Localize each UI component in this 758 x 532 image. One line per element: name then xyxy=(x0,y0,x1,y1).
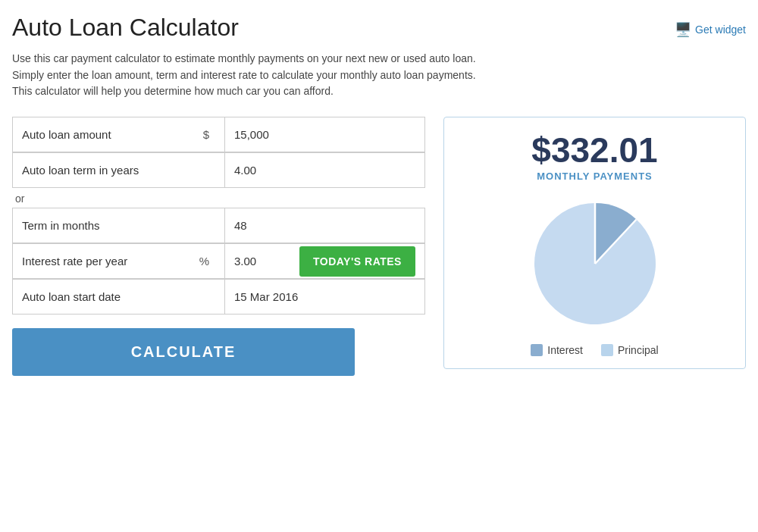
loan-term-years-input[interactable] xyxy=(225,153,424,187)
form-wrapper: Auto loan amount $ Auto loan term in yea… xyxy=(12,117,425,188)
header: Auto Loan Calculator 🖥️ Get widget xyxy=(12,14,746,42)
interest-swatch xyxy=(531,344,543,356)
interest-rate-symbol: % xyxy=(199,255,215,268)
get-widget-label: Get widget xyxy=(695,23,746,36)
loan-amount-label: Auto loan amount xyxy=(22,128,111,141)
loan-term-years-row: Auto loan term in years xyxy=(13,152,424,187)
pie-chart xyxy=(527,196,663,332)
loan-amount-input-cell xyxy=(225,117,424,152)
interest-legend-label: Interest xyxy=(547,344,583,356)
right-panel: $332.01 MONTHLY PAYMENTS xyxy=(443,117,746,369)
loan-term-years-input-cell xyxy=(225,153,424,187)
start-date-row: Auto loan start date xyxy=(13,279,424,314)
calculate-button[interactable]: CALCULATE xyxy=(12,328,355,376)
interest-rate-label-cell: Interest rate per year % xyxy=(13,244,225,278)
start-date-input[interactable] xyxy=(225,280,424,314)
start-date-label: Auto loan start date xyxy=(22,290,121,303)
monthly-label: MONTHLY PAYMENTS xyxy=(456,171,733,182)
term-months-row: Term in months xyxy=(13,208,424,243)
description-text: Use this car payment calculator to estim… xyxy=(12,51,497,100)
get-widget-link[interactable]: 🖥️ Get widget xyxy=(675,21,746,38)
term-months-input[interactable] xyxy=(225,208,424,243)
interest-rate-label: Interest rate per year xyxy=(22,255,127,268)
monthly-payment: $332.01 xyxy=(456,133,733,167)
term-months-label: Term in months xyxy=(22,219,100,232)
principal-legend-item: Principal xyxy=(601,344,659,356)
principal-swatch xyxy=(601,344,613,356)
loan-amount-row: Auto loan amount $ xyxy=(13,117,424,152)
principal-legend-label: Principal xyxy=(618,344,659,356)
or-label: or xyxy=(12,188,425,208)
chart-legend: Interest Principal xyxy=(456,344,733,356)
term-months-input-cell xyxy=(225,208,424,243)
todays-rates-button[interactable]: TODAY'S RATES xyxy=(299,246,415,277)
loan-term-years-label-cell: Auto loan term in years xyxy=(13,153,225,187)
page-title: Auto Loan Calculator xyxy=(12,14,239,42)
interest-rate-row: Interest rate per year % TODAY'S RATES xyxy=(13,243,424,279)
loan-amount-input[interactable] xyxy=(225,117,424,152)
interest-rate-input-cell: TODAY'S RATES xyxy=(225,244,424,278)
left-panel: Auto loan amount $ Auto loan term in yea… xyxy=(12,117,425,376)
loan-amount-label-cell: Auto loan amount $ xyxy=(13,117,225,152)
form-wrapper-2: Term in months Interest rate per year % … xyxy=(12,208,425,315)
main-layout: Auto loan amount $ Auto loan term in yea… xyxy=(12,117,746,376)
term-months-label-cell: Term in months xyxy=(13,208,225,243)
loan-amount-symbol: $ xyxy=(203,128,215,141)
start-date-label-cell: Auto loan start date xyxy=(13,280,225,314)
start-date-input-cell xyxy=(225,280,424,314)
loan-term-years-label: Auto loan term in years xyxy=(22,164,139,177)
widget-icon: 🖥️ xyxy=(675,21,691,38)
interest-rate-input[interactable] xyxy=(225,244,293,278)
interest-legend-item: Interest xyxy=(531,344,583,356)
